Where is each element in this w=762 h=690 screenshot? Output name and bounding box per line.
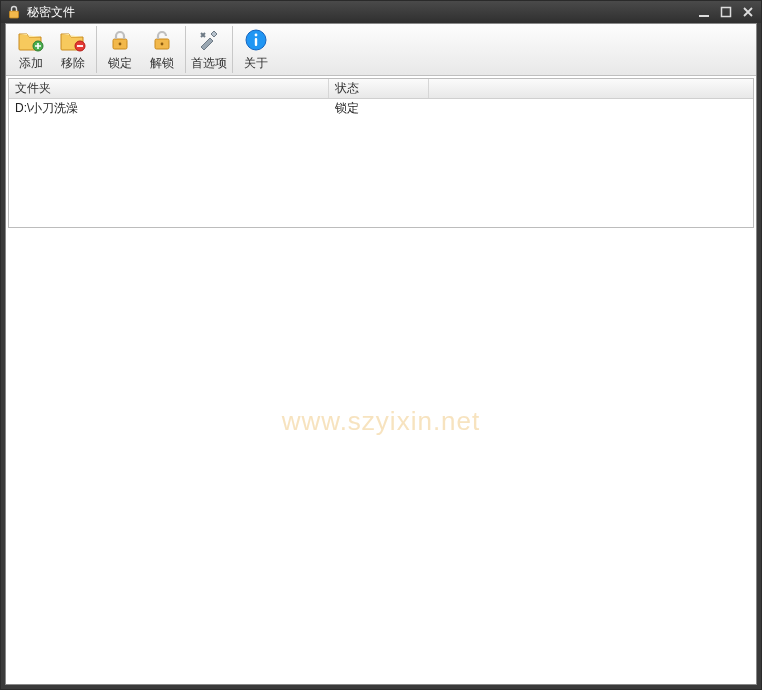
svg-point-10 bbox=[255, 34, 258, 37]
app-lock-icon bbox=[7, 5, 21, 19]
cell-folder: D:\小刀洗澡 bbox=[9, 99, 329, 118]
minimize-button[interactable] bbox=[697, 5, 711, 19]
list-row[interactable]: D:\小刀洗澡 锁定 bbox=[9, 99, 753, 117]
folder-add-icon bbox=[17, 27, 45, 53]
column-status[interactable]: 状态 bbox=[329, 79, 429, 98]
toolbar: 添加 移除 bbox=[6, 24, 756, 76]
lock-open-icon bbox=[148, 27, 176, 53]
titlebar[interactable]: 秘密文件 bbox=[1, 1, 761, 23]
content-area: 文件夹 状态 D:\小刀洗澡 锁定 www.szyixin.net bbox=[6, 76, 756, 684]
list-body[interactable]: D:\小刀洗澡 锁定 bbox=[9, 99, 753, 227]
toolbar-group-about: 关于 bbox=[233, 26, 279, 73]
remove-button[interactable]: 移除 bbox=[52, 26, 94, 73]
column-folder-label: 文件夹 bbox=[15, 80, 51, 97]
unlock-button[interactable]: 解锁 bbox=[141, 26, 183, 73]
column-status-label: 状态 bbox=[335, 80, 359, 97]
prefs-label: 首选项 bbox=[191, 55, 227, 72]
window-title: 秘密文件 bbox=[27, 4, 697, 21]
toolbar-group-prefs: 首选项 bbox=[186, 26, 233, 73]
lock-button[interactable]: 锁定 bbox=[99, 26, 141, 73]
client-area: 添加 移除 bbox=[5, 23, 757, 685]
close-button[interactable] bbox=[741, 5, 755, 19]
unlock-label: 解锁 bbox=[150, 55, 174, 72]
column-spacer bbox=[429, 79, 753, 98]
toolbar-group-lock: 锁定 解锁 bbox=[97, 26, 186, 73]
app-window: 秘密文件 bbox=[0, 0, 762, 690]
folder-remove-icon bbox=[59, 27, 87, 53]
tools-icon bbox=[195, 27, 223, 53]
watermark-text: www.szyixin.net bbox=[6, 406, 756, 437]
svg-point-8 bbox=[161, 43, 164, 46]
prefs-button[interactable]: 首选项 bbox=[188, 26, 230, 73]
svg-rect-11 bbox=[255, 38, 257, 46]
add-button[interactable]: 添加 bbox=[10, 26, 52, 73]
column-folder[interactable]: 文件夹 bbox=[9, 79, 329, 98]
lock-label: 锁定 bbox=[108, 55, 132, 72]
add-label: 添加 bbox=[19, 55, 43, 72]
folder-list: 文件夹 状态 D:\小刀洗澡 锁定 bbox=[8, 78, 754, 228]
remove-label: 移除 bbox=[61, 55, 85, 72]
list-header: 文件夹 状态 bbox=[9, 79, 753, 99]
about-button[interactable]: 关于 bbox=[235, 26, 277, 73]
about-label: 关于 bbox=[244, 55, 268, 72]
maximize-button[interactable] bbox=[719, 5, 733, 19]
svg-point-6 bbox=[119, 43, 122, 46]
window-controls bbox=[697, 5, 755, 19]
toolbar-group-file: 添加 移除 bbox=[8, 26, 97, 73]
info-icon bbox=[242, 27, 270, 53]
svg-rect-2 bbox=[722, 8, 731, 17]
lock-closed-icon bbox=[106, 27, 134, 53]
svg-rect-0 bbox=[10, 11, 19, 18]
cell-status: 锁定 bbox=[329, 99, 429, 118]
svg-rect-1 bbox=[699, 15, 709, 17]
